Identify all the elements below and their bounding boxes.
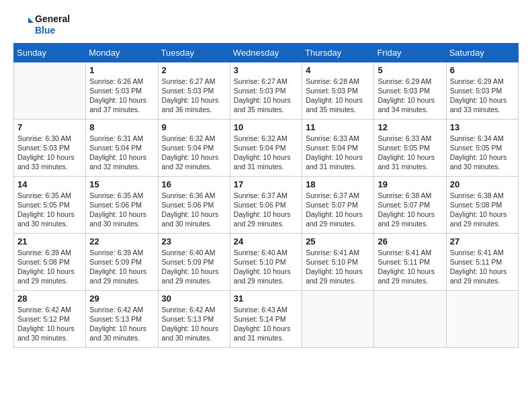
day-info: Sunrise: 6:32 AM Sunset: 5:04 PM Dayligh…	[234, 134, 298, 172]
day-info: Sunrise: 6:35 AM Sunset: 5:06 PM Dayligh…	[89, 191, 154, 229]
day-info: Sunrise: 6:40 AM Sunset: 5:10 PM Dayligh…	[234, 248, 298, 286]
day-number: 10	[234, 122, 298, 132]
day-cell: 28Sunrise: 6:42 AM Sunset: 5:12 PM Dayli…	[14, 290, 86, 347]
day-cell: 20Sunrise: 6:38 AM Sunset: 5:08 PM Dayli…	[446, 176, 518, 233]
day-info: Sunrise: 6:43 AM Sunset: 5:14 PM Dayligh…	[234, 305, 298, 343]
day-cell: 11Sunrise: 6:33 AM Sunset: 5:04 PM Dayli…	[302, 119, 374, 176]
day-cell: 4Sunrise: 6:28 AM Sunset: 5:03 PM Daylig…	[302, 62, 374, 119]
day-info: Sunrise: 6:35 AM Sunset: 5:05 PM Dayligh…	[17, 191, 82, 229]
day-info: Sunrise: 6:29 AM Sunset: 5:03 PM Dayligh…	[450, 77, 515, 115]
column-header-monday: Monday	[86, 43, 158, 62]
logo-graphic	[13, 15, 34, 35]
day-info: Sunrise: 6:41 AM Sunset: 5:11 PM Dayligh…	[450, 248, 515, 286]
day-number: 17	[234, 179, 298, 189]
day-cell: 26Sunrise: 6:41 AM Sunset: 5:11 PM Dayli…	[374, 233, 446, 290]
day-cell: 14Sunrise: 6:35 AM Sunset: 5:05 PM Dayli…	[14, 176, 86, 233]
column-header-tuesday: Tuesday	[158, 43, 230, 62]
day-info: Sunrise: 6:27 AM Sunset: 5:03 PM Dayligh…	[162, 77, 226, 115]
day-cell: 25Sunrise: 6:41 AM Sunset: 5:10 PM Dayli…	[302, 233, 374, 290]
day-cell	[374, 290, 446, 347]
day-cell: 30Sunrise: 6:42 AM Sunset: 5:13 PM Dayli…	[158, 290, 230, 347]
day-cell: 31Sunrise: 6:43 AM Sunset: 5:14 PM Dayli…	[230, 290, 302, 347]
day-info: Sunrise: 6:42 AM Sunset: 5:12 PM Dayligh…	[17, 305, 82, 343]
day-cell	[446, 290, 518, 347]
day-cell: 5Sunrise: 6:29 AM Sunset: 5:03 PM Daylig…	[374, 62, 446, 119]
week-row-2: 7Sunrise: 6:30 AM Sunset: 5:03 PM Daylig…	[14, 119, 519, 176]
page-header: General Blue	[13, 13, 519, 36]
day-number: 27	[450, 236, 515, 246]
day-number: 13	[450, 122, 515, 132]
day-number: 5	[378, 65, 442, 75]
week-row-1: 1Sunrise: 6:26 AM Sunset: 5:03 PM Daylig…	[14, 62, 519, 119]
day-cell: 12Sunrise: 6:33 AM Sunset: 5:05 PM Dayli…	[374, 119, 446, 176]
day-info: Sunrise: 6:28 AM Sunset: 5:03 PM Dayligh…	[306, 77, 370, 115]
day-info: Sunrise: 6:31 AM Sunset: 5:04 PM Dayligh…	[89, 134, 154, 172]
day-info: Sunrise: 6:38 AM Sunset: 5:08 PM Dayligh…	[450, 191, 515, 229]
week-row-5: 28Sunrise: 6:42 AM Sunset: 5:12 PM Dayli…	[14, 290, 519, 347]
day-cell: 8Sunrise: 6:31 AM Sunset: 5:04 PM Daylig…	[86, 119, 158, 176]
day-number: 28	[17, 293, 82, 304]
day-info: Sunrise: 6:41 AM Sunset: 5:10 PM Dayligh…	[306, 248, 370, 286]
day-info: Sunrise: 6:39 AM Sunset: 5:08 PM Dayligh…	[17, 248, 82, 286]
day-info: Sunrise: 6:41 AM Sunset: 5:11 PM Dayligh…	[378, 248, 442, 286]
day-number: 29	[89, 293, 154, 304]
day-number: 6	[450, 65, 515, 75]
day-cell	[302, 290, 374, 347]
day-cell: 2Sunrise: 6:27 AM Sunset: 5:03 PM Daylig…	[158, 62, 230, 119]
day-number: 19	[378, 179, 442, 189]
day-info: Sunrise: 6:26 AM Sunset: 5:03 PM Dayligh…	[89, 77, 154, 115]
day-cell: 21Sunrise: 6:39 AM Sunset: 5:08 PM Dayli…	[14, 233, 86, 290]
day-cell	[14, 62, 86, 119]
day-number: 15	[89, 179, 154, 189]
day-number: 12	[378, 122, 442, 132]
column-header-sunday: Sunday	[14, 43, 86, 62]
day-info: Sunrise: 6:33 AM Sunset: 5:05 PM Dayligh…	[378, 134, 442, 172]
day-cell: 9Sunrise: 6:32 AM Sunset: 5:04 PM Daylig…	[158, 119, 230, 176]
day-info: Sunrise: 6:37 AM Sunset: 5:06 PM Dayligh…	[234, 191, 298, 229]
day-cell: 3Sunrise: 6:27 AM Sunset: 5:03 PM Daylig…	[230, 62, 302, 119]
day-number: 16	[162, 179, 226, 189]
day-number: 1	[89, 65, 154, 75]
logo: General Blue	[13, 13, 70, 36]
day-number: 24	[234, 236, 298, 246]
calendar-table: SundayMondayTuesdayWednesdayThursdayFrid…	[13, 43, 519, 348]
column-header-wednesday: Wednesday	[230, 43, 302, 62]
day-info: Sunrise: 6:32 AM Sunset: 5:04 PM Dayligh…	[162, 134, 226, 172]
column-header-thursday: Thursday	[302, 43, 374, 62]
day-number: 23	[162, 236, 226, 246]
day-info: Sunrise: 6:42 AM Sunset: 5:13 PM Dayligh…	[89, 305, 154, 343]
day-info: Sunrise: 6:33 AM Sunset: 5:04 PM Dayligh…	[306, 134, 370, 172]
day-info: Sunrise: 6:40 AM Sunset: 5:09 PM Dayligh…	[162, 248, 226, 286]
day-number: 22	[89, 236, 154, 246]
day-info: Sunrise: 6:42 AM Sunset: 5:13 PM Dayligh…	[162, 305, 226, 343]
day-cell: 15Sunrise: 6:35 AM Sunset: 5:06 PM Dayli…	[86, 176, 158, 233]
day-number: 26	[378, 236, 442, 246]
day-number: 20	[450, 179, 515, 189]
day-number: 7	[17, 122, 82, 132]
day-number: 30	[162, 293, 226, 304]
day-cell: 19Sunrise: 6:38 AM Sunset: 5:07 PM Dayli…	[374, 176, 446, 233]
day-info: Sunrise: 6:36 AM Sunset: 5:06 PM Dayligh…	[162, 191, 226, 229]
day-number: 14	[17, 179, 82, 189]
day-cell: 18Sunrise: 6:37 AM Sunset: 5:07 PM Dayli…	[302, 176, 374, 233]
logo-container: General Blue	[13, 13, 70, 36]
day-number: 8	[89, 122, 154, 132]
day-cell: 23Sunrise: 6:40 AM Sunset: 5:09 PM Dayli…	[158, 233, 230, 290]
day-number: 21	[17, 236, 82, 246]
day-cell: 24Sunrise: 6:40 AM Sunset: 5:10 PM Dayli…	[230, 233, 302, 290]
day-cell: 1Sunrise: 6:26 AM Sunset: 5:03 PM Daylig…	[86, 62, 158, 119]
day-number: 3	[234, 65, 298, 75]
day-cell: 29Sunrise: 6:42 AM Sunset: 5:13 PM Dayli…	[86, 290, 158, 347]
week-row-3: 14Sunrise: 6:35 AM Sunset: 5:05 PM Dayli…	[14, 176, 519, 233]
day-info: Sunrise: 6:34 AM Sunset: 5:05 PM Dayligh…	[450, 134, 515, 172]
logo-text: General Blue	[35, 13, 70, 36]
day-number: 2	[162, 65, 226, 75]
day-number: 4	[306, 65, 370, 75]
day-cell: 17Sunrise: 6:37 AM Sunset: 5:06 PM Dayli…	[230, 176, 302, 233]
day-info: Sunrise: 6:29 AM Sunset: 5:03 PM Dayligh…	[378, 77, 442, 115]
day-info: Sunrise: 6:27 AM Sunset: 5:03 PM Dayligh…	[234, 77, 298, 115]
column-header-friday: Friday	[374, 43, 446, 62]
day-cell: 7Sunrise: 6:30 AM Sunset: 5:03 PM Daylig…	[14, 119, 86, 176]
day-info: Sunrise: 6:30 AM Sunset: 5:03 PM Dayligh…	[17, 134, 82, 172]
column-header-saturday: Saturday	[446, 43, 518, 62]
